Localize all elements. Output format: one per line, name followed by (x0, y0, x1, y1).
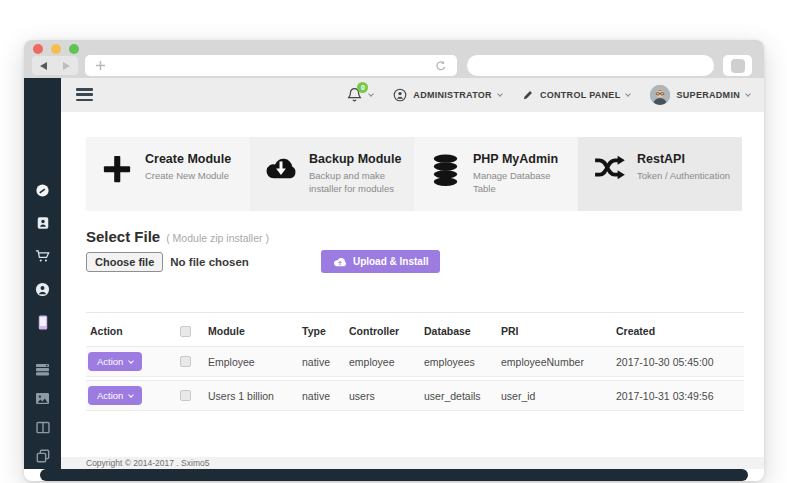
card-text: PHP MyAdmin Manage Database Table (473, 152, 568, 211)
module-cell: Users 1 billion (204, 380, 298, 411)
browser-menu-button[interactable] (723, 55, 752, 76)
header-type: Type (298, 318, 345, 343)
file-status-text: No file chosen (170, 256, 249, 268)
refresh-icon[interactable] (435, 60, 447, 72)
main-content: Create Module Create New Module Backup M… (61, 112, 764, 457)
plus-icon (100, 152, 134, 211)
pencil-icon (522, 89, 534, 101)
create-module-card[interactable]: Create Module Create New Module (86, 137, 250, 211)
card-subtitle: Create New Module (145, 170, 231, 183)
page: 0 ADMINISTRATOR CONTROL PANEL (0, 0, 787, 483)
header-controller: Controller (345, 318, 420, 343)
created-cell: 2017-10-30 05:45:00 (612, 346, 744, 377)
table-row: Action Users 1 billion native users user… (86, 380, 744, 411)
module-cards: Create Module Create New Module Backup M… (86, 137, 742, 211)
php-myadmin-card[interactable]: PHP MyAdmin Manage Database Table (414, 137, 578, 211)
server-list-icon[interactable] (35, 361, 51, 377)
pri-cell: user_id (497, 380, 612, 411)
backup-module-card[interactable]: Backup Module Backup and make installer … (250, 137, 414, 211)
action-cell: Action (86, 346, 176, 377)
card-text: Backup Module Backup and make installer … (309, 152, 404, 211)
close-window-button[interactable] (33, 44, 43, 54)
hamburger-menu-icon[interactable] (76, 88, 93, 101)
navbar-right: 0 ADMINISTRATOR CONTROL PANEL (347, 78, 750, 112)
header-pri: PRI (497, 318, 612, 343)
zoom-window-button[interactable] (69, 44, 79, 54)
sidebar-group-top (35, 182, 51, 330)
file-upload-row: Choose file No file chosen Upload & Inst… (86, 250, 440, 273)
control-panel-menu[interactable]: CONTROL PANEL (522, 89, 631, 101)
table-row: Action Employee native employee employee… (86, 346, 744, 377)
contact-card-icon[interactable] (35, 215, 51, 231)
window-bottom-bar (40, 469, 748, 481)
controller-cell: users (345, 380, 420, 411)
footer: Copyright © 2014-2017 . Sximo5 (61, 457, 764, 469)
row-checkbox[interactable] (180, 390, 191, 401)
select-all-checkbox[interactable] (180, 326, 191, 337)
clone-icon[interactable] (35, 448, 51, 464)
pri-cell: employeeNumber (497, 346, 612, 377)
back-icon[interactable] (40, 62, 47, 70)
url-bar[interactable] (467, 55, 714, 76)
browser-window: 0 ADMINISTRATOR CONTROL PANEL (24, 40, 764, 481)
superadmin-label: SUPERADMIN (676, 90, 740, 100)
forward-icon[interactable] (63, 62, 70, 70)
chevron-down-icon (129, 358, 135, 364)
upload-install-label: Upload & Install (353, 256, 429, 267)
cart-icon[interactable] (35, 248, 51, 264)
modules-table-area: Action Module Type Controller Database P… (86, 312, 744, 414)
user-icon[interactable] (35, 281, 51, 297)
dashboard-icon[interactable] (35, 182, 51, 198)
top-navbar: 0 ADMINISTRATOR CONTROL PANEL (61, 78, 764, 112)
chevron-down-icon (129, 392, 135, 398)
chevron-down-icon (368, 91, 374, 97)
controller-cell: employee (345, 346, 420, 377)
row-checkbox[interactable] (180, 356, 191, 367)
window-controls (33, 44, 79, 54)
upload-install-button[interactable]: Upload & Install (321, 250, 441, 273)
card-subtitle: Backup and make installer for modules (309, 170, 404, 196)
card-title: Backup Module (309, 152, 404, 166)
select-file-hint: ( Module zip installer ) (166, 232, 269, 244)
header-created: Created (612, 318, 744, 343)
card-text: Create Module Create New Module (145, 152, 231, 211)
minimize-window-button[interactable] (51, 44, 61, 54)
action-button-label: Action (97, 390, 123, 401)
chevron-down-icon (626, 91, 632, 97)
type-cell: native (298, 346, 345, 377)
image-icon[interactable] (35, 390, 51, 406)
new-tab-plus-icon[interactable] (95, 60, 106, 71)
action-button-label: Action (97, 356, 123, 367)
sidebar (24, 78, 61, 469)
card-text: RestAPI Token / Authentication (637, 152, 730, 211)
browser-tab-bar[interactable] (85, 55, 457, 76)
action-cell: Action (86, 380, 176, 411)
superadmin-menu[interactable]: SUPERADMIN (650, 85, 750, 105)
shuffle-icon (592, 152, 626, 211)
module-cell: Employee (204, 346, 298, 377)
database-cell: user_details (420, 380, 497, 411)
action-dropdown-button[interactable]: Action (88, 352, 142, 371)
modules-table: Action Module Type Controller Database P… (86, 315, 744, 414)
card-subtitle: Token / Authentication (637, 170, 730, 183)
restapi-card[interactable]: RestAPI Token / Authentication (578, 137, 742, 211)
database-icon (428, 152, 462, 211)
person-icon (393, 88, 407, 102)
notifications-menu[interactable]: 0 (347, 87, 373, 103)
administrator-menu[interactable]: ADMINISTRATOR (393, 88, 502, 102)
header-checkbox-cell (176, 318, 204, 343)
card-title: RestAPI (637, 152, 730, 166)
mobile-icon[interactable] (35, 314, 51, 330)
avatar (650, 85, 670, 105)
choose-file-button[interactable]: Choose file (86, 252, 163, 272)
bell-icon: 0 (347, 87, 363, 103)
copyright-text: Copyright © 2014-2017 . Sximo5 (86, 458, 209, 468)
card-subtitle: Manage Database Table (473, 170, 568, 196)
action-dropdown-button[interactable]: Action (88, 386, 142, 405)
database-cell: employees (420, 346, 497, 377)
administrator-label: ADMINISTRATOR (413, 90, 492, 100)
columns-icon[interactable] (35, 419, 51, 435)
created-cell: 2017-10-31 03:49:56 (612, 380, 744, 411)
select-file-title: Select File (86, 228, 160, 245)
header-action: Action (86, 318, 176, 343)
